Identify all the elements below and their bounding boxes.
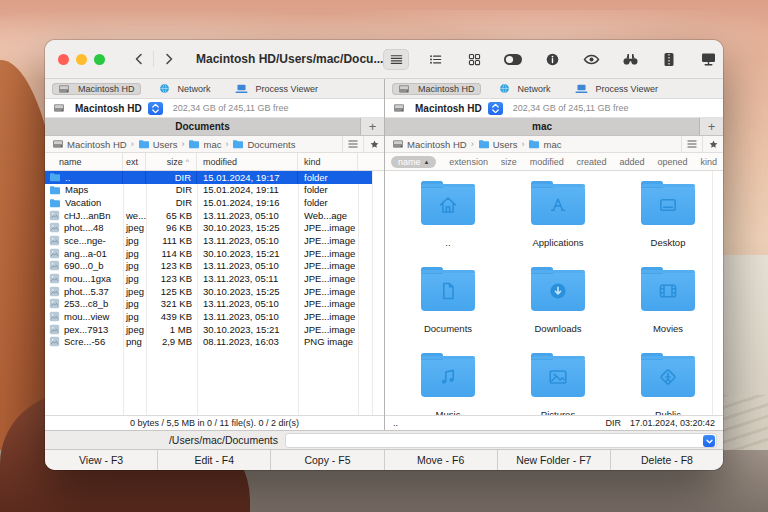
column-header-created[interactable]: created xyxy=(577,157,607,167)
left-favorite-star-icon[interactable] xyxy=(363,136,384,152)
file-modified: 30.10.2023, 15:25 xyxy=(197,222,298,235)
network-drive-icon[interactable] xyxy=(695,49,721,70)
file-kind: PNG image xyxy=(298,335,358,348)
breadcrumb-segment-mac[interactable]: mac xyxy=(188,139,221,150)
file-row-phot-5-37[interactable]: phot...5.37jpeg125 KB30.10.2023, 15:25JP… xyxy=(45,285,372,298)
left-add-tab-button[interactable]: + xyxy=(361,118,384,135)
image-icon xyxy=(49,210,60,221)
forward-button[interactable] xyxy=(158,49,180,69)
folder-item-public[interactable]: Public xyxy=(613,353,723,415)
file-row-mou-view[interactable]: mou...viewjpg439 KB13.11.2023, 05:10JPE.… xyxy=(45,310,372,323)
tab-documents[interactable]: Documents xyxy=(45,118,361,135)
folder-item-desktop[interactable]: Desktop xyxy=(613,181,723,267)
right-file-grid: ..ApplicationsDesktopDocumentsDownloadsM… xyxy=(385,171,723,415)
close-button[interactable] xyxy=(58,54,69,65)
file-row-sce-nge-[interactable]: sce...nge-jpg111 KB13.11.2023, 05:10JPE.… xyxy=(45,234,372,247)
desktop-glyph-icon xyxy=(656,193,680,217)
file-size: 321 KB xyxy=(146,297,197,310)
list-view-icon[interactable] xyxy=(383,49,409,70)
column-header-label: modified xyxy=(203,157,237,167)
zoom-button[interactable] xyxy=(94,54,105,65)
favorite-process-viewer[interactable]: Process Viewer xyxy=(569,82,664,95)
file-row-pex-7913[interactable]: pex...7913jpeg1 MB30.10.2023, 15:21JPE..… xyxy=(45,323,372,336)
new-folder-button[interactable]: New Folder - F7 xyxy=(498,450,611,470)
preview-eye-icon[interactable] xyxy=(578,49,604,70)
breadcrumb-label: Documents xyxy=(247,139,295,150)
view-button[interactable]: View - F3 xyxy=(45,450,158,470)
command-input[interactable] xyxy=(285,433,717,448)
file-row-253-c8-b[interactable]: 253...c8_bjpg321 KB13.11.2023, 05:10JPE.… xyxy=(45,297,372,310)
copy-button[interactable]: Copy - F5 xyxy=(271,450,384,470)
folder-item-applications[interactable]: Applications xyxy=(503,181,613,267)
search-binoculars-icon[interactable] xyxy=(617,49,643,70)
column-header-extension[interactable]: extension xyxy=(449,157,488,167)
favorite-network[interactable]: Network xyxy=(493,82,557,95)
right-favorite-star-icon[interactable] xyxy=(702,136,723,152)
back-button[interactable] xyxy=(127,49,149,69)
column-header-modified[interactable]: modified xyxy=(197,153,298,170)
breadcrumb-segment-documents[interactable]: Documents xyxy=(232,139,295,150)
folder-item-music[interactable]: Music xyxy=(393,353,503,415)
folder-label: Pictures xyxy=(541,409,575,415)
favorite-macintosh-hd[interactable]: Macintosh HD xyxy=(52,83,141,95)
favorite-process-viewer[interactable]: Process Viewer xyxy=(229,82,324,95)
move-button[interactable]: Move - F6 xyxy=(385,450,498,470)
column-header-ext[interactable]: ext xyxy=(123,153,146,170)
file-ext: jpeg xyxy=(123,323,146,336)
folder-item-pictures[interactable]: Pictures xyxy=(503,353,613,415)
breadcrumb-segment-users[interactable]: Users xyxy=(138,139,178,150)
breadcrumb-segment-users[interactable]: Users xyxy=(478,139,518,150)
column-header-kind[interactable]: kind xyxy=(298,153,358,170)
favorite-macintosh-hd[interactable]: Macintosh HD xyxy=(392,83,481,95)
file-ext xyxy=(123,184,146,197)
left-history-menu-icon[interactable] xyxy=(342,136,363,152)
delete-button[interactable]: Delete - F8 xyxy=(611,450,723,470)
right-status-date: 17.01.2024, 03:20:42 xyxy=(630,418,715,428)
left-drive-selector[interactable] xyxy=(148,102,163,115)
traffic-lights xyxy=(58,54,105,65)
dual-pane-toggle-icon[interactable] xyxy=(500,49,526,70)
right-add-tab-button[interactable]: + xyxy=(700,118,723,135)
tab-mac[interactable]: mac xyxy=(385,118,700,135)
edit-button[interactable]: Edit - F4 xyxy=(158,450,271,470)
folder-item-documents[interactable]: Documents xyxy=(393,267,503,353)
right-drive-selector[interactable] xyxy=(488,102,503,115)
file-row-chj-anbn[interactable]: cHJ...anBnwe...65 KB13.11.2023, 05:10Web… xyxy=(45,209,372,222)
column-header-added[interactable]: added xyxy=(620,157,645,167)
detail-view-icon[interactable] xyxy=(422,49,448,70)
drive-icon xyxy=(53,103,65,113)
favorite-network[interactable]: Network xyxy=(153,82,217,95)
folder-item--[interactable]: .. xyxy=(393,181,503,267)
archive-icon[interactable] xyxy=(656,49,682,70)
breadcrumb-segment-macintosh-hd[interactable]: Macintosh HD xyxy=(392,139,467,150)
column-header-size[interactable]: size^ xyxy=(146,153,197,170)
file-modified: 15.01.2024, 19:11 xyxy=(197,184,298,197)
file-row-690-0-b[interactable]: 690...0_bjpg123 KB13.11.2023, 05:10JPE..… xyxy=(45,259,372,272)
file-row--[interactable]: ..DIR15.01.2024, 19:17folder xyxy=(45,171,372,184)
column-header-kind[interactable]: kind xyxy=(700,157,717,167)
breadcrumb-segment-mac[interactable]: mac xyxy=(528,139,561,150)
column-header-opened[interactable]: opened xyxy=(657,157,687,167)
file-name: Scre...-56 xyxy=(64,336,105,347)
column-header-name[interactable]: name▲ xyxy=(391,156,436,168)
column-header-name[interactable]: name xyxy=(45,153,123,170)
file-row-scre-56[interactable]: Scre...-56png2,9 MB08.11.2023, 16:03PNG … xyxy=(45,335,372,348)
file-row-maps[interactable]: MapsDIR15.01.2024, 19:11folder xyxy=(45,184,372,197)
command-history-dropdown[interactable] xyxy=(703,435,715,447)
command-line-row: /Users/mac/Documents xyxy=(45,430,723,449)
file-row-mou-1gxa[interactable]: mou...1gxajpg123 KB13.11.2023, 05:11JPE.… xyxy=(45,272,372,285)
column-header-size[interactable]: size xyxy=(501,157,517,167)
breadcrumb-separator: › xyxy=(225,139,228,149)
minimize-button[interactable] xyxy=(76,54,87,65)
folder-item-downloads[interactable]: Downloads xyxy=(503,267,613,353)
info-icon[interactable] xyxy=(539,49,565,70)
appstore-glyph-icon xyxy=(546,193,570,217)
folder-item-movies[interactable]: Movies xyxy=(613,267,723,353)
file-row-vacation[interactable]: VacationDIR15.01.2024, 19:16folder xyxy=(45,196,372,209)
grid-view-icon[interactable] xyxy=(461,49,487,70)
column-header-modified[interactable]: modified xyxy=(530,157,564,167)
right-history-menu-icon[interactable] xyxy=(681,136,702,152)
file-row-ang-a-01[interactable]: ang...a-01jpg114 KB30.10.2023, 15:21JPE.… xyxy=(45,247,372,260)
file-row-phot-48[interactable]: phot....48jpeg96 KB30.10.2023, 15:25JPE.… xyxy=(45,222,372,235)
breadcrumb-segment-macintosh-hd[interactable]: Macintosh HD xyxy=(52,139,127,150)
